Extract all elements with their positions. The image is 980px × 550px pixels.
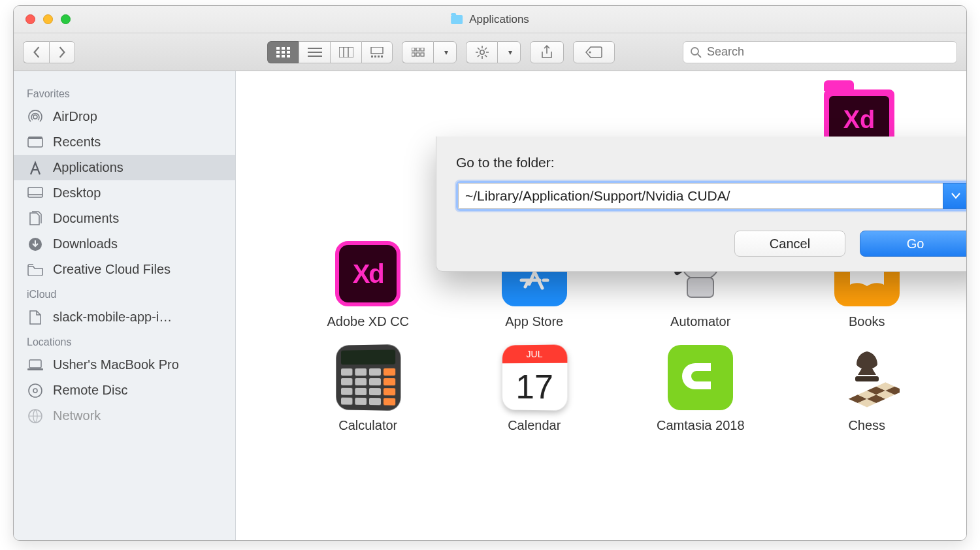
path-combo	[456, 181, 966, 211]
camtasia-icon	[668, 345, 733, 410]
sidebar-item-network[interactable]: Network	[14, 403, 235, 429]
svg-rect-21	[416, 48, 419, 51]
svg-rect-3	[276, 51, 280, 54]
chevron-down-icon: ▾	[508, 48, 512, 57]
app-item[interactable]: Camtasia 2018	[657, 345, 745, 433]
go-label: Go	[907, 236, 924, 251]
cancel-button[interactable]: Cancel	[734, 231, 845, 257]
forward-button[interactable]	[49, 41, 75, 63]
sidebar-item-label: Desktop	[53, 186, 101, 201]
app-label: Camtasia 2018	[657, 418, 745, 433]
app-item[interactable]: Chess	[834, 345, 900, 433]
nav-group	[23, 41, 75, 63]
go-button[interactable]: Go	[860, 231, 966, 257]
tags-button[interactable]	[573, 41, 615, 63]
sidebar-item-label: Network	[53, 408, 101, 423]
sidebar-section-icloud: iCloud	[14, 282, 235, 304]
icon-view-button[interactable]	[267, 41, 299, 63]
app-label: Books	[849, 314, 885, 329]
chevron-down-icon	[951, 193, 960, 199]
airdrop-icon	[27, 110, 44, 124]
sidebar-item-remote-disc[interactable]: Remote Disc	[14, 378, 235, 403]
laptop-icon	[27, 358, 44, 372]
go-to-folder-dialog: Go to the folder: Cancel Go	[436, 137, 966, 272]
close-window-button[interactable]	[25, 14, 35, 24]
sidebar-item-label: Usher's MacBook Pro	[53, 357, 179, 372]
share-icon	[541, 45, 553, 59]
path-input[interactable]	[458, 183, 943, 209]
svg-line-33	[485, 48, 487, 50]
search-field[interactable]	[683, 41, 957, 63]
downloads-icon	[27, 237, 44, 251]
sidebar-item-applications[interactable]: Applications	[14, 155, 235, 180]
search-input[interactable]	[707, 45, 950, 59]
svg-rect-8	[287, 55, 290, 57]
tag-icon	[585, 46, 602, 58]
svg-rect-18	[378, 56, 380, 57]
svg-rect-67	[855, 376, 879, 381]
svg-rect-39	[28, 138, 42, 147]
app-label: Adobe XD CC	[327, 314, 409, 329]
sidebar-item-desktop[interactable]: Desktop	[14, 180, 235, 206]
path-history-button[interactable]	[943, 183, 966, 209]
minimize-window-button[interactable]	[43, 14, 53, 24]
svg-point-46	[29, 384, 42, 397]
svg-point-47	[33, 389, 37, 393]
svg-rect-7	[282, 55, 285, 57]
globe-icon	[27, 409, 44, 423]
search-icon	[690, 46, 702, 58]
sidebar-item-label: Recents	[53, 135, 101, 150]
svg-line-53	[525, 283, 527, 287]
sidebar-item-recents[interactable]: Recents	[14, 129, 235, 155]
sidebar-item-airdrop[interactable]: AirDrop	[14, 104, 235, 129]
svg-rect-15	[371, 47, 383, 54]
action-menu-button[interactable]: ▾	[497, 41, 521, 63]
adobe-xd-cc-icon: Xd	[335, 241, 400, 306]
grid-icon	[276, 47, 291, 57]
svg-rect-20	[412, 48, 415, 51]
sidebar-item-label: Documents	[53, 211, 119, 226]
arrange-group: ▾	[402, 41, 457, 63]
svg-point-38	[33, 115, 37, 119]
svg-rect-24	[416, 53, 419, 56]
share-button[interactable]	[530, 41, 564, 63]
app-item[interactable]: Xd Adobe XD CC	[327, 241, 409, 329]
recents-icon	[27, 135, 44, 150]
sidebar-item-creative-cloud[interactable]: Creative Cloud Files	[14, 257, 235, 282]
app-label: Calculator	[338, 418, 397, 433]
svg-line-37	[698, 54, 701, 57]
content-area: Xd Adobe XD Xd Adobe XD CC App Store	[236, 71, 966, 540]
sidebar-item-label: Applications	[53, 160, 123, 175]
file-icon	[27, 310, 44, 325]
desktop-icon	[27, 186, 44, 201]
list-view-button[interactable]	[299, 41, 330, 63]
svg-rect-4	[282, 51, 285, 54]
sidebar-item-macbook[interactable]: Usher's MacBook Pro	[14, 352, 235, 378]
calculator-icon	[336, 344, 401, 411]
app-item[interactable]: Calculator	[335, 345, 400, 433]
sidebar-item-slack-file[interactable]: slack-mobile-app-i…	[14, 304, 235, 330]
svg-rect-44	[29, 360, 41, 368]
sidebar-item-downloads[interactable]: Downloads	[14, 231, 235, 257]
back-button[interactable]	[23, 41, 49, 63]
chevron-left-icon	[32, 46, 41, 58]
window-controls	[14, 14, 71, 24]
action-button[interactable]	[466, 41, 497, 63]
gallery-view-button[interactable]	[361, 41, 393, 63]
view-mode-group	[267, 41, 393, 63]
svg-rect-17	[374, 56, 376, 57]
column-view-button[interactable]	[330, 41, 361, 63]
svg-rect-5	[287, 51, 290, 54]
window-title-text: Applications	[469, 13, 529, 26]
arrange-menu-button[interactable]: ▾	[433, 41, 457, 63]
calendar-day: 17	[515, 363, 553, 411]
maximize-window-button[interactable]	[61, 14, 71, 24]
applications-icon	[27, 161, 44, 175]
calendar-icon: JUL 17	[502, 344, 567, 410]
app-item[interactable]: JUL 17 Calendar	[502, 345, 567, 433]
sidebar-item-documents[interactable]: Documents	[14, 206, 235, 231]
svg-rect-41	[28, 187, 42, 197]
svg-line-31	[478, 48, 480, 50]
arrange-button[interactable]	[402, 41, 433, 63]
chevron-down-icon: ▾	[444, 48, 448, 57]
